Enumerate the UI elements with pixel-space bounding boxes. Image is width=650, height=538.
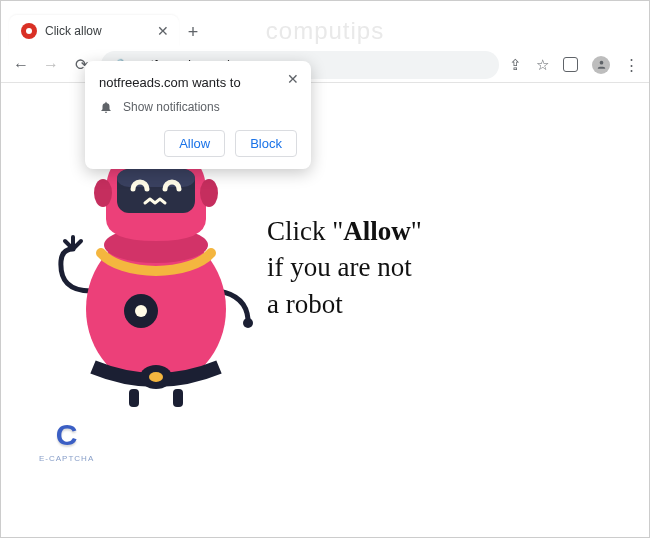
new-tab-button[interactable]: + (179, 22, 207, 47)
tab-strip: Click allow ✕ + (1, 11, 649, 47)
dialog-permission-label: Show notifications (123, 100, 220, 114)
bookmark-icon[interactable]: ☆ (536, 56, 549, 74)
forward-button[interactable]: → (41, 56, 61, 74)
svg-point-10 (135, 305, 147, 317)
robot-illustration (51, 141, 261, 411)
svg-point-7 (94, 179, 112, 207)
text-line2: if you are not (267, 249, 422, 285)
favicon-icon (21, 23, 37, 39)
instruction-text: Click "Allow" if you are not a robot (267, 213, 422, 322)
svg-point-0 (599, 61, 603, 65)
browser-tab[interactable]: Click allow ✕ (9, 15, 179, 47)
block-button[interactable]: Block (235, 130, 297, 157)
share-icon[interactable]: ⇪ (509, 56, 522, 74)
text-line3: a robot (267, 286, 422, 322)
captcha-badge: C E-CAPTCHA (39, 418, 94, 463)
text-prefix: Click " (267, 216, 343, 246)
bell-icon (99, 100, 113, 114)
svg-rect-13 (129, 389, 139, 407)
toolbar-actions: ⇪ ☆ ⋮ (509, 56, 639, 74)
dialog-host-line: notfreeads.com wants to (99, 75, 297, 90)
tab-title: Click allow (45, 24, 102, 38)
notification-permission-dialog: ✕ notfreeads.com wants to Show notificat… (85, 61, 311, 169)
captcha-label: E-CAPTCHA (39, 454, 94, 463)
profile-avatar[interactable] (592, 56, 610, 74)
allow-button[interactable]: Allow (164, 130, 225, 157)
svg-point-12 (149, 372, 163, 382)
close-tab-icon[interactable]: ✕ (157, 23, 169, 39)
svg-point-8 (200, 179, 218, 207)
text-allow-word: Allow (343, 216, 411, 246)
captcha-logo-icon: C (39, 418, 94, 452)
menu-icon[interactable]: ⋮ (624, 56, 639, 74)
text-suffix: " (411, 216, 422, 246)
extensions-icon[interactable] (563, 57, 578, 72)
svg-point-1 (243, 318, 253, 328)
close-dialog-icon[interactable]: ✕ (287, 71, 299, 87)
svg-rect-14 (173, 389, 183, 407)
svg-rect-6 (117, 169, 195, 187)
back-button[interactable]: ← (11, 56, 31, 74)
